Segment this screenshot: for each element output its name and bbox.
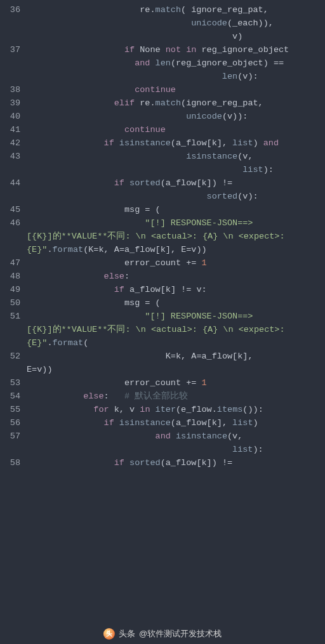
line-number: 47 <box>0 257 20 270</box>
code-line[interactable]: len(v): <box>27 70 325 84</box>
code-line[interactable]: unicode(v)): <box>27 110 325 124</box>
line-number: 48 <box>0 270 20 284</box>
line-number: 54 <box>0 390 20 404</box>
watermark-prefix: 头条 <box>119 628 135 640</box>
code-line[interactable]: list): <box>27 444 325 457</box>
line-number: 49 <box>0 284 20 297</box>
code-line[interactable]: if isinstance(a_flow[k], list) and <box>27 137 325 150</box>
code-line[interactable]: E=v)) <box>27 364 325 377</box>
code-line[interactable]: sorted(v): <box>27 190 325 204</box>
line-number <box>0 17 20 30</box>
code-line[interactable]: error_count += 1 <box>27 377 325 390</box>
code-line[interactable]: msg = ( <box>27 204 325 217</box>
line-number: 37 <box>0 44 20 57</box>
code-line[interactable]: "[!] RESPONSE-JSON==> <box>27 217 325 230</box>
code-line[interactable]: if sorted(a_flow[k]) != <box>27 177 325 190</box>
code-content[interactable]: re.match( ignore_reg_pat, unicode(_each)… <box>27 0 325 644</box>
line-number <box>0 324 20 337</box>
line-number <box>0 57 20 70</box>
code-line[interactable]: if isinstance(a_flow[k], list) <box>27 417 325 430</box>
code-line[interactable]: [{K}]的**VALUE**不同: \n <actual>: {A} \n <… <box>27 230 325 244</box>
code-line[interactable]: list): <box>27 164 325 177</box>
line-number: 38 <box>0 84 20 97</box>
line-number: 52 <box>0 350 20 364</box>
line-number: 55 <box>0 404 20 417</box>
line-number <box>0 444 20 457</box>
line-number <box>0 364 20 377</box>
code-line[interactable]: if a_flow[k] != v: <box>27 284 325 297</box>
watermark: 头 头条 @软件测试开发技术栈 <box>103 628 222 640</box>
code-line[interactable]: if sorted(a_flow[k]) != <box>27 457 325 470</box>
line-number: 42 <box>0 137 20 150</box>
line-number <box>0 70 20 84</box>
code-line[interactable]: v) <box>27 30 325 44</box>
code-line[interactable]: msg = ( <box>27 297 325 310</box>
line-number <box>0 164 20 177</box>
line-number: 44 <box>0 177 20 190</box>
line-number <box>0 30 20 44</box>
line-number: 46 <box>0 217 20 230</box>
line-number: 58 <box>0 457 20 470</box>
code-line[interactable]: and len(reg_ignore_object) == <box>27 57 325 70</box>
line-number: 39 <box>0 97 20 110</box>
line-number: 45 <box>0 204 20 217</box>
code-line[interactable]: [{K}]的**VALUE**不同: \n <actual>: {A} \n <… <box>27 324 325 337</box>
code-line[interactable]: if None not in reg_ignore_object <box>27 44 325 57</box>
watermark-handle: @软件测试开发技术栈 <box>139 628 222 640</box>
line-number: 51 <box>0 310 20 324</box>
code-line[interactable]: isinstance(v, <box>27 150 325 164</box>
line-number: 40 <box>0 110 20 124</box>
code-line[interactable]: {E}".format( <box>27 337 325 350</box>
line-number <box>0 230 20 244</box>
code-line[interactable]: unicode(_each)), <box>27 17 325 30</box>
code-line[interactable]: for k, v in iter(e_flow.items()): <box>27 404 325 417</box>
line-number <box>0 337 20 350</box>
code-line[interactable]: elif re.match(ignore_reg_pat, <box>27 97 325 110</box>
line-number: 41 <box>0 124 20 137</box>
code-line[interactable]: continue <box>27 124 325 137</box>
line-number: 50 <box>0 297 20 310</box>
line-number: 53 <box>0 377 20 390</box>
watermark-logo-icon: 头 <box>103 628 115 640</box>
line-number: 43 <box>0 150 20 164</box>
line-number <box>0 190 20 204</box>
code-line[interactable]: continue <box>27 84 325 97</box>
code-line[interactable]: "[!] RESPONSE-JSON==> <box>27 310 325 324</box>
code-line[interactable]: and isinstance(v, <box>27 430 325 444</box>
code-editor[interactable]: 3637383940414243444546474849505152535455… <box>0 0 325 644</box>
code-line[interactable]: K=k, A=a_flow[k], <box>27 350 325 364</box>
code-line[interactable]: error_count += 1 <box>27 257 325 270</box>
code-line[interactable]: re.match( ignore_reg_pat, <box>27 4 325 17</box>
line-number <box>0 244 20 257</box>
line-number: 36 <box>0 4 20 17</box>
line-number: 57 <box>0 430 20 444</box>
code-line[interactable]: else: <box>27 270 325 284</box>
line-number-gutter: 3637383940414243444546474849505152535455… <box>0 0 27 644</box>
code-line[interactable]: else: # 默认全部比较 <box>27 390 325 404</box>
line-number: 56 <box>0 417 20 430</box>
code-line[interactable]: {E}".format(K=k, A=a_flow[k], E=v)) <box>27 244 325 257</box>
